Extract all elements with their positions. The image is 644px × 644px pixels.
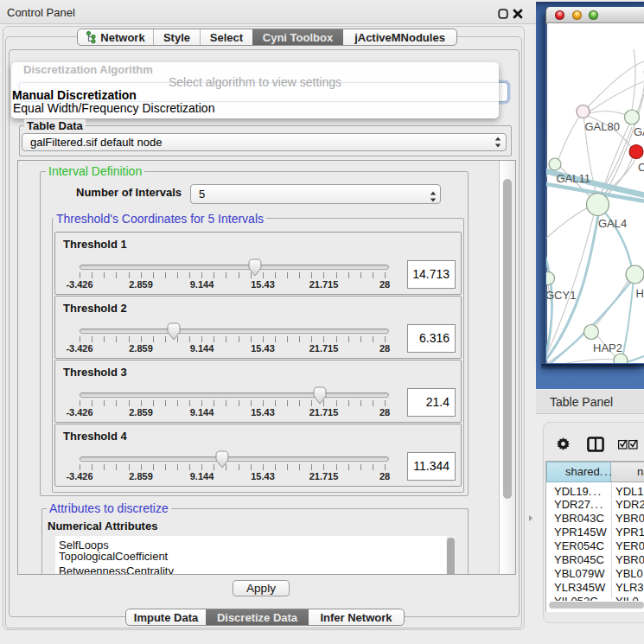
svg-text:GCY1: GCY1 <box>546 289 576 302</box>
svg-text:GAL4: GAL4 <box>598 217 627 230</box>
svg-text:GAL80: GAL80 <box>585 120 620 133</box>
svg-text:GA: GA <box>634 125 644 138</box>
svg-text:GAL11: GAL11 <box>557 172 591 185</box>
svg-text:HAP2: HAP2 <box>593 341 622 354</box>
svg-text:H: H <box>636 287 644 300</box>
svg-text:C: C <box>638 161 644 174</box>
